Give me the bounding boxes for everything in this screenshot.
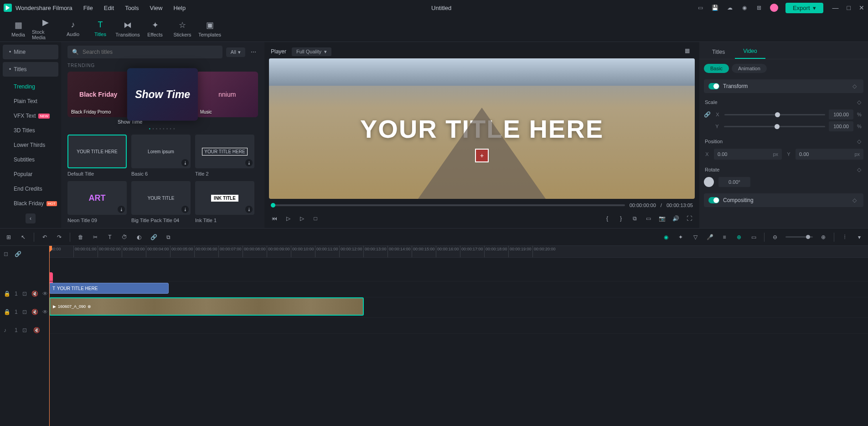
- nav-stickers[interactable]: ☆Stickers: [169, 16, 196, 42]
- keyframe-icon[interactable]: ◇: [857, 99, 863, 105]
- scrub-bar[interactable]: [271, 204, 625, 206]
- subtab-animation[interactable]: Animation: [732, 64, 767, 73]
- crop-tool[interactable]: ◐: [135, 233, 143, 241]
- prev-frame-button[interactable]: ⏮: [271, 215, 278, 222]
- snapshot-button[interactable]: ▦: [685, 47, 693, 56]
- timeline-canvas[interactable]: 00:0000:00:01:0000:00:02:0000:00:03:0000…: [49, 246, 868, 426]
- avatar-icon[interactable]: [770, 4, 778, 12]
- download-icon[interactable]: ⭳: [181, 206, 189, 213]
- cursor-icon[interactable]: ↖: [19, 233, 27, 241]
- ratio-icon[interactable]: ▭: [749, 233, 758, 241]
- maximize-button[interactable]: □: [847, 4, 851, 11]
- nav-titles[interactable]: TTitles: [87, 16, 114, 42]
- stop-button[interactable]: □: [312, 215, 319, 222]
- menu-edit[interactable]: Edit: [104, 5, 114, 11]
- video-track[interactable]: ▶160607_A_090⊗: [49, 297, 868, 318]
- fullscreen-icon[interactable]: ⛶: [686, 215, 693, 222]
- link-icon[interactable]: 🔗: [704, 111, 711, 118]
- playhead[interactable]: [49, 246, 50, 426]
- chevron-down-icon[interactable]: ▾: [855, 233, 863, 241]
- carousel-card[interactable]: Black FridayBlack Friday Promo: [67, 72, 129, 117]
- keyframe-icon[interactable]: ◇: [857, 138, 863, 145]
- carousel-card-active[interactable]: Show Time: [127, 68, 198, 121]
- nav-templates[interactable]: ▣Templates: [196, 16, 223, 42]
- carousel-dots[interactable]: ●●●●●●●●: [67, 127, 258, 130]
- title-track[interactable]: TYOUR TITLE HERE: [49, 281, 868, 297]
- sidebar-lower-thirds[interactable]: Lower Thirds: [0, 138, 61, 152]
- close-button[interactable]: ✕: [859, 4, 864, 11]
- filter-dropdown[interactable]: All▾: [226, 47, 245, 57]
- next-frame-button[interactable]: ▷: [298, 215, 305, 222]
- sidebar-collapse-button[interactable]: ‹: [26, 213, 36, 223]
- more-options-button[interactable]: ⋯: [249, 49, 258, 55]
- mic-icon[interactable]: 🎤: [706, 233, 714, 241]
- nav-transitions[interactable]: ⧓Transitions: [114, 16, 141, 42]
- position-y-input[interactable]: 0.00px: [796, 149, 863, 160]
- title-card[interactable]: Lorem ipsum⭳Basic 6: [131, 135, 191, 177]
- track-head-video[interactable]: 🔒1⊡🔇👁: [0, 301, 49, 322]
- marker-icon[interactable]: ▽: [691, 233, 699, 241]
- sidebar-end-credits[interactable]: End Credits: [0, 182, 61, 196]
- sidebar-vfx-text[interactable]: VFX TextNEW: [0, 109, 61, 123]
- scale-y-input[interactable]: 100.00: [829, 121, 853, 131]
- quality-dropdown[interactable]: Full Quality▾: [292, 47, 331, 56]
- sidebar-titles[interactable]: • Titles: [3, 62, 58, 77]
- save-icon[interactable]: 💾: [712, 4, 719, 11]
- inspector-tab-video[interactable]: Video: [735, 44, 765, 59]
- split-button[interactable]: ✂: [91, 233, 99, 241]
- title-card[interactable]: ART⭳Neon Title 09: [67, 181, 127, 223]
- carousel-card[interactable]: nniumMusic: [196, 72, 258, 117]
- video-clip[interactable]: ▶160607_A_090⊗: [49, 297, 364, 316]
- menu-view[interactable]: View: [150, 5, 162, 11]
- delete-button[interactable]: 🗑: [77, 233, 85, 241]
- speed-icon[interactable]: ⏱: [120, 233, 129, 241]
- play-button[interactable]: ▷: [284, 215, 292, 222]
- zoom-slider[interactable]: [785, 236, 813, 238]
- sidebar-black-friday[interactable]: Black FridayHOT: [0, 196, 61, 211]
- search-input[interactable]: [83, 49, 218, 55]
- scale-y-slider[interactable]: [724, 126, 825, 127]
- magnet-icon[interactable]: ⊕: [735, 233, 743, 241]
- zoom-in-button[interactable]: ⊕: [819, 233, 827, 241]
- nav-stock-media[interactable]: ▶Stock Media: [32, 16, 59, 42]
- crop-icon[interactable]: ⧉: [631, 215, 638, 222]
- video-preview[interactable]: YOUR TITLE HERE +: [269, 58, 695, 199]
- marker-out-button[interactable]: }: [617, 215, 625, 222]
- scale-x-slider[interactable]: [724, 114, 825, 115]
- track-head-audio[interactable]: ♪1⊡🔇: [0, 322, 49, 338]
- nav-media[interactable]: ▦Media: [5, 16, 32, 42]
- camera-icon[interactable]: 📷: [658, 215, 666, 222]
- grid-icon[interactable]: ⊞: [5, 233, 13, 241]
- scale-x-input[interactable]: 100.00: [829, 109, 853, 119]
- link-tool[interactable]: 🔗: [150, 233, 158, 241]
- menu-tools[interactable]: Tools: [125, 5, 139, 11]
- view-options-icon[interactable]: ⦙: [841, 233, 849, 241]
- sidebar-popular[interactable]: Popular: [0, 167, 61, 182]
- timeline-ruler[interactable]: 00:0000:00:01:0000:00:02:0000:00:03:0000…: [49, 246, 868, 258]
- enhance-icon[interactable]: ✦: [677, 233, 685, 241]
- sidebar-subtitles[interactable]: Subtitles: [0, 152, 61, 167]
- rotate-input[interactable]: 0.00°: [718, 177, 750, 187]
- track-head-global[interactable]: ⊡🔗: [0, 246, 49, 262]
- volume-icon[interactable]: 🔊: [672, 215, 679, 222]
- display-icon[interactable]: ▭: [645, 215, 652, 222]
- sidebar-plain-text[interactable]: Plain Text: [0, 94, 61, 109]
- keyframe-icon[interactable]: ◇: [857, 166, 863, 173]
- display-icon[interactable]: ▭: [697, 4, 704, 11]
- title-card[interactable]: YOUR TITLE HEREDefault Title: [67, 135, 127, 177]
- marker-in-button[interactable]: {: [604, 215, 611, 222]
- download-icon[interactable]: ⭳: [181, 159, 189, 166]
- keyframe-icon[interactable]: ◇: [852, 83, 859, 89]
- subtab-basic[interactable]: Basic: [704, 64, 729, 73]
- rotate-dial[interactable]: [704, 177, 714, 187]
- title-card[interactable]: YOUR TITLE⭳Big Title Pack Title 04: [131, 181, 191, 223]
- menu-help[interactable]: Help: [173, 5, 186, 11]
- nav-audio[interactable]: ♪Audio: [59, 16, 87, 42]
- sidebar-mine[interactable]: • Mine: [3, 45, 58, 59]
- text-tool[interactable]: T: [106, 233, 114, 241]
- undo-button[interactable]: ↶: [41, 233, 49, 241]
- title-card[interactable]: INK TITLE⭳Ink Title 1: [195, 181, 254, 223]
- sidebar-trending[interactable]: Trending: [0, 79, 61, 94]
- group-tool[interactable]: ⧉: [164, 233, 172, 241]
- search-input-wrap[interactable]: 🔍: [67, 46, 222, 58]
